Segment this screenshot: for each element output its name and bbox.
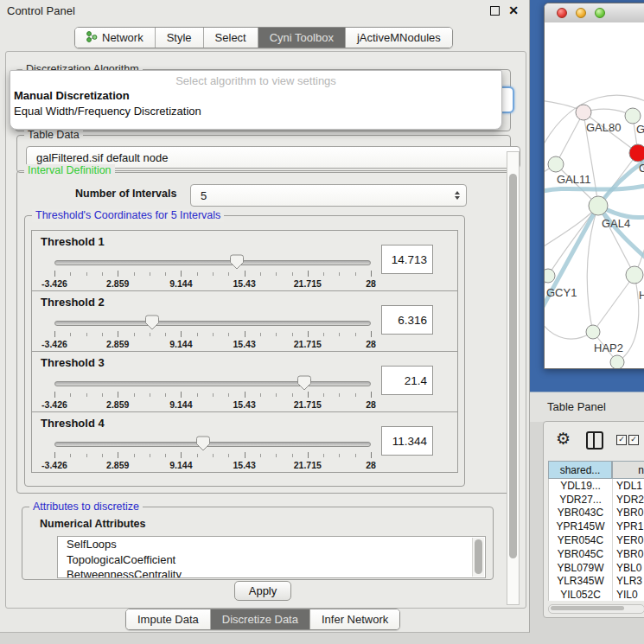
tick-mark <box>118 392 118 398</box>
tab-impute-data[interactable]: Impute Data <box>126 609 210 629</box>
minimize-traffic-light-icon[interactable] <box>576 8 586 18</box>
list-scrollbar[interactable] <box>472 538 484 577</box>
threshold-label: Threshold 2 <box>41 296 105 309</box>
tick-mark <box>228 454 229 457</box>
attribute-item[interactable]: BetweennessCentrality <box>58 567 485 578</box>
node-label: GCY1 <box>546 286 577 299</box>
table-row[interactable]: YBL079WYBL0 <box>549 561 644 575</box>
number-of-intervals-combo[interactable]: 5 <box>190 184 467 207</box>
tick-mark <box>54 392 55 398</box>
table-cell: YIL0 <box>613 588 644 601</box>
thresholds-group-label: Threshold's Coordinates for 5 Intervals <box>32 209 224 222</box>
column-header-na[interactable]: na <box>612 461 644 479</box>
scale-label: 2.859 <box>106 339 129 349</box>
network-node[interactable] <box>625 108 641 124</box>
slider-thumb[interactable] <box>196 436 210 451</box>
panel-scrollbar-thumb[interactable] <box>509 174 517 558</box>
slider-thumb[interactable] <box>297 375 311 391</box>
threshold-slider[interactable]: -3.4262.8599.14415.4321.71528 <box>54 373 371 410</box>
table-row[interactable]: YDR27...YDR2 <box>549 493 644 507</box>
threshold-value-field[interactable]: 6.316 <box>381 305 433 335</box>
tick-mark <box>134 393 135 397</box>
threshold-value-field[interactable]: 14.713 <box>381 245 433 274</box>
table-cell: YDL19... <box>549 479 613 493</box>
tab-infer-network[interactable]: Infer Network <box>309 609 399 629</box>
table-row[interactable]: YLR345WYLR3 <box>549 575 644 589</box>
attribute-item[interactable]: TopologicalCoefficient <box>58 552 485 568</box>
network-node[interactable] <box>626 266 643 284</box>
columns-icon[interactable] <box>586 431 603 450</box>
threshold-value-field[interactable]: 11.344 <box>381 426 433 456</box>
table-scrollbar-thumb[interactable] <box>551 606 624 610</box>
dropdown-hint: Select algorithm to view settings <box>10 74 501 87</box>
table-panel: ⚙ ✓✓ shared...na YDL19...YDL1YDR27...YDR… <box>543 421 644 618</box>
tab-label: Select <box>215 31 246 44</box>
tick-mark <box>118 452 118 458</box>
network-node[interactable] <box>589 196 608 215</box>
threshold-label: Threshold 4 <box>41 417 105 430</box>
dropdown-option-manual-discretization[interactable]: Manual Discretization <box>14 89 130 102</box>
top-tab-bar: NetworkStyleSelectCyni ToolboxjActiveMNo… <box>74 27 453 48</box>
network-node[interactable] <box>576 105 591 120</box>
control-panel-window: Control Panel ✕ NetworkStyleSelectCyni T… <box>0 0 530 633</box>
slider-thumb[interactable] <box>230 254 244 270</box>
threshold-slider[interactable]: -3.4262.8599.14415.4321.71528 <box>54 252 371 289</box>
control-panel-body: Discretization Algorithm Select algorith… <box>5 51 526 609</box>
checkbox-icon[interactable]: ✓ <box>628 435 639 445</box>
table-cell: YBR043C <box>549 507 613 520</box>
scale-label: -3.426 <box>41 399 67 410</box>
tab-label: Style <box>167 31 192 44</box>
slider-thumb[interactable] <box>145 315 159 330</box>
threshold-value-field[interactable]: 21.4 <box>381 366 433 395</box>
close-icon[interactable]: ✕ <box>508 3 519 17</box>
network-canvas[interactable]: GAL80GACGAL11GAL4GCY1HHAP2 <box>545 22 644 368</box>
table-row[interactable]: YBR043CYBR0 <box>549 507 644 520</box>
tab-select[interactable]: Select <box>203 28 258 48</box>
table-row[interactable]: YPR145WYPR1 <box>549 520 644 533</box>
apply-button[interactable]: Apply <box>234 581 291 601</box>
tab-cyni-toolbox[interactable]: Cyni Toolbox <box>258 28 345 48</box>
tick-mark <box>165 333 166 336</box>
dropdown-option-equal-width-frequency[interactable]: Equal Width/Frequency Discretization <box>14 105 201 118</box>
tick-mark <box>260 333 261 336</box>
checkbox-icon[interactable]: ✓ <box>616 435 627 445</box>
close-traffic-light-icon[interactable] <box>557 8 567 18</box>
tick-mark <box>213 333 214 336</box>
tick-mark <box>276 393 277 397</box>
tab-jactivemnodules[interactable]: jActiveMNodules <box>345 28 452 48</box>
tick-mark <box>371 392 372 398</box>
table-cell: YDL1 <box>613 479 644 493</box>
algorithm-dropdown-popup: Select algorithm to view settings Manual… <box>10 70 502 130</box>
float-window-icon[interactable] <box>490 6 500 16</box>
gear-icon[interactable]: ⚙ <box>556 429 571 449</box>
tick-mark <box>150 333 150 336</box>
tick-mark <box>54 452 55 458</box>
table-row[interactable]: YDL19...YDL1 <box>549 479 644 493</box>
table-body: YDL19...YDL1YDR27...YDR2YBR043CYBR0YPR14… <box>548 479 644 601</box>
table-panel-title: Table Panel <box>547 400 606 413</box>
zoom-traffic-light-icon[interactable] <box>595 8 605 18</box>
network-node[interactable] <box>610 355 624 368</box>
threshold-label: Threshold 1 <box>41 235 105 248</box>
list-scrollbar-thumb[interactable] <box>475 539 482 574</box>
tick-mark <box>102 454 103 457</box>
threshold-slider[interactable]: -3.4262.8599.14415.4321.71528 <box>54 313 371 349</box>
table-row[interactable]: YIL052CYIL0 <box>549 588 644 601</box>
tab-discretize-data[interactable]: Discretize Data <box>210 609 309 629</box>
attribute-item[interactable]: SelfLoops <box>58 537 485 552</box>
table-row[interactable]: YER054CYER0 <box>549 533 644 547</box>
slider-ticks <box>54 331 371 338</box>
network-node[interactable] <box>545 269 555 283</box>
tab-style[interactable]: Style <box>155 28 203 48</box>
table-row[interactable]: YBR045CYBR0 <box>549 547 644 561</box>
tab-network[interactable]: Network <box>75 28 155 48</box>
network-node[interactable] <box>629 144 644 162</box>
network-node[interactable] <box>586 325 600 339</box>
column-header-shared[interactable]: shared... <box>548 461 612 479</box>
network-node[interactable] <box>548 156 564 172</box>
scale-label: -3.426 <box>41 460 67 470</box>
threshold-slider[interactable]: -3.4262.8599.14415.4321.71528 <box>54 434 371 470</box>
slider-scale: -3.4262.8599.14415.4321.71528 <box>54 339 371 349</box>
panel-vertical-scrollbar[interactable] <box>507 151 520 605</box>
table-horizontal-scrollbar[interactable] <box>548 604 644 614</box>
